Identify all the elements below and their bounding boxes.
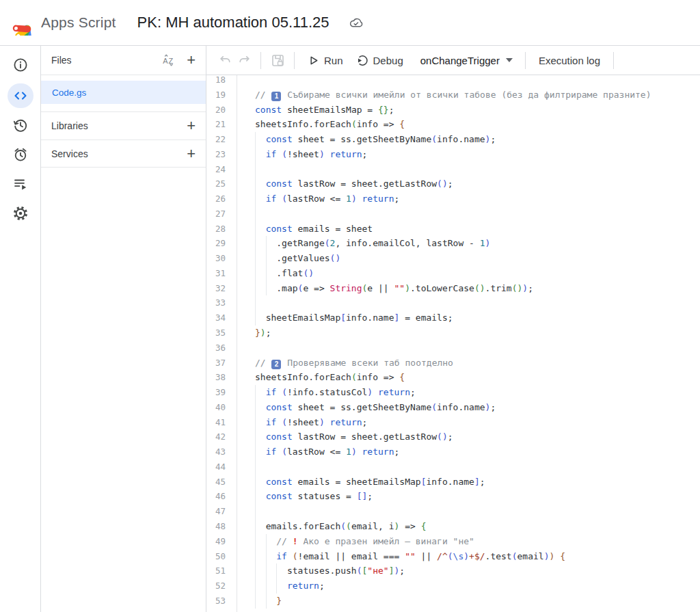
code-line[interactable]: 25const lastRow = sheet.getLastRow();	[206, 176, 700, 191]
line-number: 19	[206, 88, 237, 103]
line-number: 24	[206, 162, 237, 177]
code-line[interactable]: 42const lastRow = sheet.getLastRow();	[206, 429, 700, 444]
sort-files-button[interactable]: A Z	[162, 53, 176, 67]
line-content	[237, 295, 266, 310]
add-file-button[interactable]: +	[187, 53, 196, 67]
line-content	[237, 341, 255, 356]
indent-guide	[255, 236, 266, 251]
selected-function-name: onChangeTrigger	[420, 55, 500, 66]
code-line[interactable]: 44	[206, 460, 700, 475]
code-line[interactable]: 30.getValues()	[206, 251, 700, 266]
line-content: sheetsInfo.forEach(info => {	[237, 370, 405, 385]
indent-guide	[255, 415, 266, 430]
code-line[interactable]: 50if (!email || email === "" || /^(\s)+$…	[206, 549, 700, 564]
code-line[interactable]: 52return;	[206, 578, 700, 594]
nav-overview-button[interactable]	[12, 57, 29, 73]
indent-guide	[266, 236, 277, 251]
code-line[interactable]: 49// ! Ако е празен имейл – винаги "не"	[206, 534, 700, 549]
code-line[interactable]: 29.getRange(2, info.emailCol, lastRow - …	[206, 236, 700, 251]
line-content: const sheetEmailsMap = {};	[237, 103, 394, 118]
undo-button[interactable]	[215, 51, 234, 70]
libraries-label: Libraries	[51, 120, 187, 131]
code-line[interactable]: 48emails.forEach((email, i) => {	[206, 519, 700, 534]
code-line[interactable]: 51statuses.push(["не"]);	[206, 563, 700, 578]
indent-guide	[266, 534, 277, 549]
file-item-codegs[interactable]: Code.gs	[41, 81, 206, 104]
code-line[interactable]: 40const sheet = ss.getSheetByName(info.n…	[206, 400, 700, 415]
line-content: if (lastRow <= 1) return;	[237, 444, 399, 460]
line-number: 44	[206, 460, 237, 475]
redo-button[interactable]	[234, 51, 254, 70]
project-title[interactable]: PK: MH automation 05.11.25	[137, 14, 329, 31]
indent-guide	[255, 147, 266, 162]
code-line[interactable]: 35});	[206, 325, 700, 341]
left-navigation-rail	[0, 46, 41, 612]
code-line[interactable]: 19// 1 Събираме всички имейли от всички …	[206, 88, 700, 103]
indent-guide	[255, 132, 266, 147]
debug-label: Debug	[373, 55, 403, 66]
code-line[interactable]: 34sheetEmailsMap[info.name] = emails;	[206, 310, 700, 325]
line-content: if (!info.statusCol) return;	[237, 385, 416, 400]
code-line[interactable]: 31.flat()	[206, 266, 700, 281]
add-service-button[interactable]: +	[187, 147, 196, 161]
code-line[interactable]: 47	[206, 504, 700, 519]
line-number: 21	[206, 117, 237, 132]
indent-guide	[255, 444, 266, 460]
indent-guide	[266, 549, 277, 564]
line-number: 33	[206, 295, 237, 310]
run-label: Run	[324, 55, 343, 66]
line-content: sheetsInfo.forEach(info => {	[237, 117, 405, 132]
code-line[interactable]: 28const emails = sheet	[206, 222, 700, 237]
code-line[interactable]: 39if (!info.statusCol) return;	[206, 385, 700, 400]
function-selector-dropdown[interactable]: onChangeTrigger	[415, 49, 518, 71]
run-button[interactable]: Run	[301, 49, 349, 71]
debug-button[interactable]: Debug	[349, 49, 409, 71]
code-line[interactable]: 54	[206, 609, 700, 612]
code-line[interactable]: 32.map(e => String(e || "").toLowerCase(…	[206, 281, 700, 296]
code-line[interactable]: 45const emails = sheetEmailsMap[info.nam…	[206, 475, 700, 490]
code-line[interactable]: 20const sheetEmailsMap = {};	[206, 103, 700, 118]
code-line[interactable]: 53}	[206, 594, 700, 609]
line-content: const sheet = ss.getSheetByName(info.nam…	[237, 132, 496, 147]
code-line[interactable]: 36	[206, 341, 700, 356]
line-number: 27	[206, 207, 237, 222]
save-project-button[interactable]	[268, 51, 287, 70]
code-line[interactable]: 26if (lastRow <= 1) return;	[206, 191, 700, 207]
code-line[interactable]: 43if (lastRow <= 1) return;	[206, 444, 700, 460]
app-name: Apps Script	[41, 14, 116, 31]
line-number: 50	[206, 549, 237, 564]
editor-column: Run Debug onChangeTrigger Execution log …	[206, 46, 700, 612]
line-number: 43	[206, 444, 237, 460]
code-line[interactable]: 23if (!sheet) return;	[206, 147, 700, 162]
nav-settings-button[interactable]	[12, 205, 29, 222]
code-line[interactable]: 33	[206, 295, 700, 310]
toolbar-divider	[260, 52, 261, 69]
line-content: const lastRow = sheet.getLastRow();	[237, 429, 453, 444]
code-line[interactable]: 24	[206, 162, 700, 177]
indent-guide	[255, 563, 266, 578]
code-line[interactable]: 21sheetsInfo.forEach(info => {	[206, 117, 700, 132]
code-line[interactable]: 38sheetsInfo.forEach(info => {	[206, 370, 700, 385]
code-line[interactable]: 46const statuses = [];	[206, 489, 700, 504]
az-sort-icon: A Z	[162, 53, 176, 67]
line-content	[237, 609, 255, 612]
code-line[interactable]: 27	[206, 207, 700, 222]
nav-executions-button[interactable]	[12, 176, 29, 192]
toolbar-divider	[525, 52, 526, 69]
code-line[interactable]: 18	[206, 75, 700, 88]
drive-sync-status-button[interactable]	[349, 16, 363, 30]
code-line[interactable]: 41if (!sheet) return;	[206, 415, 700, 430]
line-number: 53	[206, 594, 237, 609]
code-editor[interactable]: 1819// 1 Събираме всички имейли от всичк…	[206, 75, 700, 612]
execution-log-button[interactable]: Execution log	[533, 49, 606, 71]
nav-editor-button[interactable]	[8, 83, 33, 108]
nav-project-history-button[interactable]	[12, 117, 29, 133]
indent-guide	[255, 519, 266, 534]
apps-script-logo-icon	[9, 10, 35, 36]
toolbar-divider	[613, 52, 614, 69]
add-library-button[interactable]: +	[187, 119, 196, 133]
indent-guide	[276, 578, 287, 594]
code-line[interactable]: 22const sheet = ss.getSheetByName(info.n…	[206, 132, 700, 147]
code-line[interactable]: 37// 2 Проверяваме всеки таб поотделно	[206, 356, 700, 371]
nav-triggers-button[interactable]	[12, 146, 29, 163]
